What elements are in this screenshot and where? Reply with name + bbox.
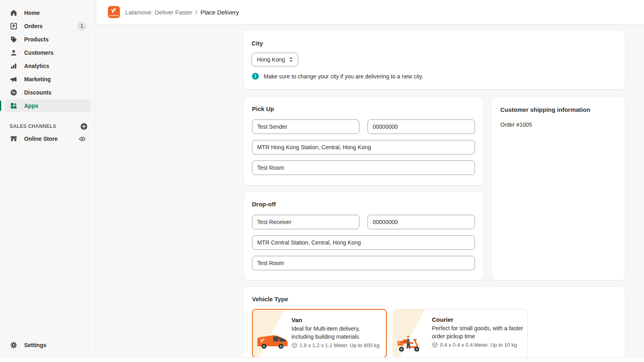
home-icon (10, 9, 18, 17)
vehicle-specs: 1.8 x 1.2 x 1.2 Meter. Up to 800 kg (299, 342, 380, 348)
pickup-room-input[interactable] (252, 160, 475, 175)
tag-icon (10, 35, 18, 43)
sidebar-item-label: Settings (24, 342, 46, 348)
vehicle-type-title: Vehicle Type (252, 296, 617, 302)
sidebar-item-products[interactable]: Products (5, 33, 91, 46)
page-title: Place Delivery (200, 9, 239, 16)
megaphone-icon (10, 75, 18, 83)
vehicle-option-courier[interactable]: Courier Perfect for small goods, with a … (393, 309, 528, 358)
order-reference: Order #1005 (500, 121, 616, 128)
main-content: City Hong Kong Make sure to change your … (96, 25, 644, 362)
vehicle-specs: 0.4 x 0.4 x 0.4 Meter. Up to 10 kg (440, 342, 517, 348)
logo-wordmark: LALAMOVE (109, 15, 119, 16)
vehicle-type-card: Vehicle Type (244, 287, 625, 362)
apps-grid-plus-icon (10, 102, 18, 110)
sidebar-item-settings[interactable]: Settings (5, 339, 91, 352)
orders-icon (10, 22, 18, 30)
lalamove-logo: LALAMOVE (108, 6, 120, 18)
van-illustration (256, 331, 289, 352)
orders-count-badge: 1 (77, 22, 86, 31)
view-store-eye-icon[interactable] (78, 135, 86, 143)
person-icon (10, 49, 18, 57)
sales-channels-label: SALES CHANNELS (10, 123, 56, 129)
vehicle-name: Van (291, 317, 382, 323)
page-bottom-strip (0, 357, 644, 362)
city-select-value: Hong Kong (257, 56, 285, 63)
sidebar-item-label: Products (24, 36, 49, 43)
package-icon (291, 342, 297, 348)
sidebar-item-home[interactable]: Home (5, 6, 91, 19)
city-card: City Hong Kong Make sure to change your … (244, 30, 625, 89)
bar-chart-icon (10, 62, 18, 70)
discount-badge-icon: % (10, 88, 18, 97)
city-info-row: Make sure to change your city if you are… (252, 72, 617, 80)
sidebar-item-orders[interactable]: Orders 1 (5, 20, 91, 33)
sidebar-item-label: Orders (24, 23, 43, 29)
package-icon (432, 342, 438, 348)
breadcrumb-separator: / (196, 9, 197, 16)
sidebar-item-label: Online Store (24, 136, 58, 142)
vehicle-option-van[interactable]: Van Ideal for Multi-item delivery, inclu… (252, 309, 387, 358)
pickup-name-input[interactable] (252, 119, 359, 134)
vehicle-description: Perfect for small goods, with a faster o… (432, 324, 523, 341)
gear-icon (10, 341, 18, 349)
sales-channels-header: SALES CHANNELS (0, 120, 96, 132)
dropoff-name-input[interactable] (252, 215, 359, 229)
dropoff-address-input[interactable] (252, 235, 475, 250)
city-card-title: City (252, 40, 617, 47)
pickup-card: Pick Up (244, 97, 483, 185)
sidebar-item-label: Discounts (24, 89, 52, 96)
customer-shipping-card: Customer shipping information Order #100… (491, 97, 625, 280)
select-updown-icon (289, 56, 293, 63)
dropoff-card: Drop-off (244, 192, 483, 280)
app-header: LALAMOVE Lalamove: Deliver Faster / Plac… (96, 0, 644, 25)
storefront-icon (10, 135, 18, 143)
sidebar: Home Orders 1 Products Customers A (0, 0, 96, 362)
pickup-phone-input[interactable] (367, 119, 475, 134)
svg-text:%: % (12, 90, 16, 95)
courier-illustration (396, 331, 422, 353)
vehicle-name: Courier (432, 316, 523, 323)
add-sales-channel-button[interactable] (80, 123, 88, 130)
main-nav: Home Orders 1 Products Customers A (0, 0, 96, 145)
city-select[interactable]: Hong Kong (252, 53, 298, 66)
breadcrumb-app-name[interactable]: Lalamove: Deliver Faster (125, 9, 192, 16)
sidebar-item-label: Analytics (24, 63, 49, 69)
dropoff-phone-input[interactable] (367, 215, 475, 229)
pickup-card-title: Pick Up (252, 105, 475, 112)
sidebar-item-discounts[interactable]: % Discounts (5, 86, 91, 99)
sidebar-item-label: Customers (24, 49, 54, 56)
customer-shipping-title: Customer shipping information (500, 106, 616, 113)
info-icon (252, 72, 259, 80)
sidebar-item-label: Marketing (24, 76, 51, 82)
pickup-address-input[interactable] (252, 140, 475, 154)
sidebar-item-marketing[interactable]: Marketing (5, 73, 91, 86)
breadcrumb: Lalamove: Deliver Faster / Place Deliver… (125, 9, 239, 16)
active-indicator-bar (0, 101, 1, 111)
dropoff-card-title: Drop-off (252, 201, 475, 208)
dropoff-room-input[interactable] (252, 256, 475, 270)
sidebar-item-customers[interactable]: Customers (5, 46, 91, 59)
sidebar-item-label: Apps (24, 103, 38, 109)
sidebar-item-online-store[interactable]: Online Store (5, 132, 91, 145)
city-info-text: Make sure to change your city if you are… (264, 73, 423, 80)
sidebar-item-analytics[interactable]: Analytics (5, 60, 91, 72)
sidebar-item-label: Home (24, 10, 40, 16)
sidebar-item-apps[interactable]: Apps (5, 99, 91, 112)
vehicle-description: Ideal for Multi-item delivery, including… (291, 325, 382, 341)
